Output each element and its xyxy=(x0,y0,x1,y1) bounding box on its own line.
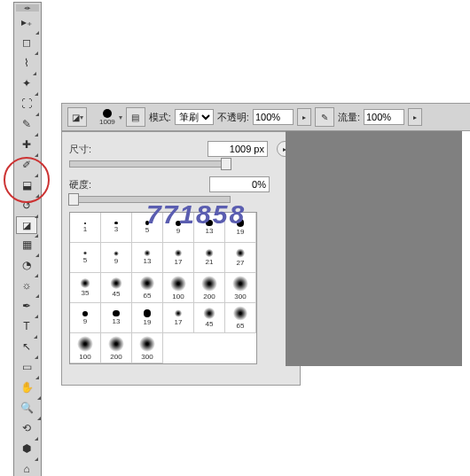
brush-preset[interactable]: 100 xyxy=(163,273,194,303)
brush-preset-picker[interactable]: 1009 xyxy=(99,109,115,126)
wand-tool[interactable]: ✦ xyxy=(16,74,37,93)
brush-preset[interactable]: 1 xyxy=(70,213,101,243)
brush-preset[interactable]: 9 xyxy=(70,303,101,333)
flow-label: 流量: xyxy=(338,111,360,124)
hardness-label: 硬度: xyxy=(69,178,114,191)
brush-preset[interactable]: 300 xyxy=(132,333,163,363)
options-bar: ◪▾ 1009 ▾ ▤ 模式: 筆刷 不透明: ▸ ✎ 流量: ▸ xyxy=(61,103,470,131)
opacity-input[interactable] xyxy=(253,109,294,125)
brush-preset[interactable]: 5 xyxy=(70,243,101,273)
brush-preset[interactable]: 21 xyxy=(194,243,225,273)
size-label: 尺寸: xyxy=(69,143,114,156)
stamp-tool[interactable]: ⬓ xyxy=(16,176,37,195)
tablet-opacity-toggle[interactable]: ✎ xyxy=(315,107,334,127)
brush-preset[interactable]: 19 xyxy=(225,213,256,243)
canvas-area[interactable] xyxy=(286,131,462,366)
size-slider[interactable] xyxy=(69,160,231,168)
rotate-tool[interactable]: ⟲ xyxy=(16,418,37,438)
opacity-stepper[interactable]: ▸ xyxy=(297,108,311,126)
path-tool[interactable]: ↖ xyxy=(16,337,37,356)
brush-preset[interactable]: 17 xyxy=(163,243,194,273)
brush-preset[interactable]: 300 xyxy=(225,273,256,303)
zoom-tool[interactable]: 🔍 xyxy=(16,398,37,417)
palette-grip[interactable]: ◂▸ xyxy=(16,4,39,12)
brush-preset[interactable]: 35 xyxy=(70,273,101,303)
brush-preset[interactable]: 200 xyxy=(101,333,132,363)
flow-input[interactable] xyxy=(364,109,404,125)
brush-preset-grid: 1359131959131721273545651002003009131917… xyxy=(69,212,257,364)
type-tool[interactable]: T xyxy=(16,316,37,336)
brush-preset[interactable]: 27 xyxy=(225,243,256,273)
crop-tool[interactable]: ⛶ xyxy=(16,94,37,113)
brush-tool[interactable]: ✐ xyxy=(16,155,37,175)
hardness-slider[interactable] xyxy=(69,196,231,203)
camera-tool[interactable]: ⌂ xyxy=(16,459,37,476)
brush-preset[interactable]: 19 xyxy=(132,303,163,333)
shape-tool[interactable]: ▭ xyxy=(16,357,37,377)
brush-preset[interactable]: 65 xyxy=(132,273,163,303)
brush-preset[interactable]: 200 xyxy=(194,273,225,303)
brush-preset[interactable]: 45 xyxy=(101,273,132,303)
tool-preset-picker[interactable]: ◪▾ xyxy=(67,107,87,127)
gradient-tool[interactable]: ▦ xyxy=(16,235,37,254)
tool-palette: ◂▸ ▸₊ ◻ ⌇ ✦ ⛶ ✎ ✚ ✐ ⬓ ↺ ◪ ▦ ◔ ☼ ✒ T ↖ ▭ … xyxy=(13,2,42,476)
dodge-tool[interactable]: ☼ xyxy=(16,276,37,295)
move-tool[interactable]: ▸₊ xyxy=(16,12,37,32)
blur-tool[interactable]: ◔ xyxy=(16,255,37,275)
eraser-tool[interactable]: ◪ xyxy=(16,216,37,234)
brush-preset[interactable]: 13 xyxy=(194,213,225,243)
brush-preset[interactable]: 5 xyxy=(132,213,163,243)
brush-panel-toggle[interactable]: ▤ xyxy=(126,107,145,127)
opacity-label: 不透明: xyxy=(217,111,249,124)
brush-preset[interactable]: 17 xyxy=(163,303,194,333)
size-input[interactable] xyxy=(208,141,268,157)
history-brush-tool[interactable]: ↺ xyxy=(16,196,37,215)
dropdown-icon[interactable]: ▾ xyxy=(119,113,122,121)
brush-preset[interactable]: 9 xyxy=(101,243,132,273)
flow-stepper[interactable]: ▸ xyxy=(408,108,422,126)
eyedropper-tool[interactable]: ✎ xyxy=(16,114,37,134)
brush-preset[interactable]: 9 xyxy=(163,213,194,243)
heal-tool[interactable]: ✚ xyxy=(16,135,37,154)
mode-select[interactable]: 筆刷 xyxy=(175,109,214,125)
brush-preset[interactable]: 13 xyxy=(132,243,163,273)
brush-preset[interactable]: 13 xyxy=(101,303,132,333)
brush-preset[interactable]: 45 xyxy=(194,303,225,333)
hand-tool[interactable]: ✋ xyxy=(16,378,37,397)
marquee-tool[interactable]: ◻ xyxy=(16,33,37,52)
brush-preset[interactable]: 65 xyxy=(225,303,256,333)
hardness-input[interactable] xyxy=(209,176,270,192)
pen-tool[interactable]: ✒ xyxy=(16,296,37,316)
lasso-tool[interactable]: ⌇ xyxy=(16,53,37,73)
3d-tool[interactable]: ⬢ xyxy=(16,439,37,458)
brush-settings-panel: 尺寸: ▸ 硬度: 135913195913172127354565100200… xyxy=(61,131,301,386)
brush-preset[interactable]: 3 xyxy=(101,213,132,243)
mode-label: 模式: xyxy=(149,111,171,124)
brush-preset[interactable]: 100 xyxy=(70,333,101,363)
